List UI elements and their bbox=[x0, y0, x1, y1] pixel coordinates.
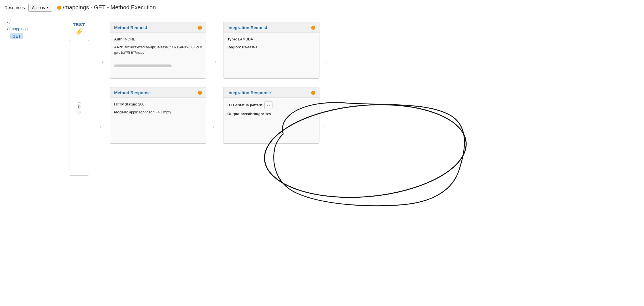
method-request-arn: ARN: arn:aws:execute-api:us-east-1:30712… bbox=[114, 44, 202, 55]
integration-response-status-dot bbox=[311, 91, 315, 95]
arrow-to-integration-request: → bbox=[206, 36, 223, 65]
integration-request-title: Integration Request bbox=[227, 25, 267, 30]
method-request-header: Method Request bbox=[110, 22, 206, 33]
integration-response-passthrough: Output passthrough: Yes bbox=[227, 111, 315, 117]
passthrough-value: Yes bbox=[265, 112, 271, 116]
sidebar-item-label: /mappings bbox=[9, 27, 28, 31]
client-label: Client bbox=[77, 102, 81, 114]
test-label: TEST bbox=[73, 22, 85, 27]
sidebar-item-label: / bbox=[9, 20, 10, 24]
http-status-pattern-dropdown[interactable]: - ▾ bbox=[265, 102, 272, 109]
passthrough-label: Output passthrough: bbox=[227, 112, 264, 116]
sidebar-item-mappings[interactable]: ▾ /mappings bbox=[0, 25, 62, 32]
resources-label: Resources bbox=[5, 5, 25, 10]
integration-response-header: Integration Response bbox=[223, 87, 319, 98]
sidebar: ▾ / ▾ /mappings GET bbox=[0, 15, 62, 306]
method-response-status: HTTP Status: 200 bbox=[114, 102, 202, 107]
bottom-cards-row: ← Method Response HTTP Status: 200 bbox=[93, 87, 331, 144]
integration-request-body: Type: LAMBDA Region: us-east-1 bbox=[223, 33, 319, 56]
content-area: TEST ⚡ Client → bbox=[62, 15, 644, 306]
right-arrow-icon: → bbox=[99, 59, 104, 65]
method-request-title: Method Request bbox=[114, 25, 147, 30]
chevron-down-icon: ▾ bbox=[7, 21, 8, 24]
models-value: application/json => Empty bbox=[129, 110, 171, 114]
integration-response-pattern: HTTP status pattern: - ▾ bbox=[227, 102, 315, 109]
integration-request-status-dot bbox=[311, 26, 315, 30]
region-label: Region: bbox=[227, 45, 241, 49]
left-arrow-icon: ← bbox=[212, 124, 217, 130]
left-arrow-icon: ← bbox=[99, 124, 104, 130]
sidebar-item-get[interactable]: GET bbox=[0, 32, 62, 40]
type-label: Type: bbox=[227, 37, 237, 41]
integration-response-title: Integration Response bbox=[227, 90, 271, 95]
method-response-header: Method Response bbox=[110, 87, 206, 98]
method-response-card[interactable]: Method Response HTTP Status: 200 Models:… bbox=[110, 87, 206, 144]
integration-request-header: Integration Request bbox=[223, 22, 319, 33]
region-value: us-east-1 bbox=[242, 45, 257, 49]
arn-label: ARN: bbox=[114, 45, 123, 49]
top-cards-row: → Method Request Auth: NONE bbox=[93, 22, 331, 79]
method-response-body: HTTP Status: 200 Models: application/jso… bbox=[110, 98, 206, 121]
arrow-right-end: → bbox=[319, 36, 331, 65]
page-title-text: /mappings - GET - Method Execution bbox=[63, 4, 156, 11]
client-box: Client bbox=[69, 40, 89, 176]
method-request-status-dot bbox=[198, 26, 202, 30]
sidebar-item-label: GET bbox=[10, 33, 23, 39]
pattern-label: HTTP status pattern: bbox=[227, 103, 264, 107]
arrow-left-end: ← bbox=[319, 101, 331, 130]
arn-value: arn:aws:execute-api:us-east-1:3071246357… bbox=[114, 45, 202, 55]
execution-wrapper: TEST ⚡ Client → bbox=[69, 22, 637, 176]
type-value: LAMBDA bbox=[238, 37, 253, 41]
status-label: HTTP Status: bbox=[114, 102, 137, 106]
scrollbar[interactable] bbox=[114, 64, 172, 67]
chevron-down-icon: ▾ bbox=[7, 27, 8, 31]
method-response-status-dot bbox=[198, 91, 202, 95]
method-request-body: Auth: NONE ARN: arn:aws:execute-api:us-e… bbox=[110, 33, 206, 62]
top-bar: Resources Actions ▾ /mappings - GET - Me… bbox=[0, 0, 644, 15]
test-section[interactable]: TEST ⚡ bbox=[73, 22, 85, 36]
cards-section: → Method Request Auth: NONE bbox=[93, 22, 331, 176]
models-label: Models: bbox=[114, 110, 128, 114]
method-response-models: Models: application/json => Empty bbox=[114, 109, 202, 115]
actions-button[interactable]: Actions ▾ bbox=[28, 4, 52, 12]
actions-caret-icon: ▾ bbox=[47, 6, 48, 9]
dropdown-caret-icon: ▾ bbox=[269, 103, 270, 107]
arrow-to-method-request: → bbox=[93, 36, 110, 65]
integration-request-region: Region: us-east-1 bbox=[227, 44, 315, 50]
page-title: /mappings - GET - Method Execution bbox=[57, 4, 156, 11]
integration-request-card[interactable]: Integration Request Type: LAMBDA Region:… bbox=[223, 22, 319, 79]
orange-dot-icon bbox=[57, 6, 61, 10]
right-arrow-icon: → bbox=[212, 59, 217, 65]
method-request-card[interactable]: Method Request Auth: NONE ARN: arn:aws:e… bbox=[110, 22, 206, 79]
actions-label: Actions bbox=[32, 5, 45, 10]
left-arrow-icon: ← bbox=[322, 124, 328, 130]
main-layout: ▾ / ▾ /mappings GET TEST ⚡ Client bbox=[0, 15, 644, 306]
right-arrow-icon: → bbox=[322, 59, 328, 65]
integration-response-body: HTTP status pattern: - ▾ Output passthro… bbox=[223, 98, 319, 123]
method-request-auth: Auth: NONE bbox=[114, 36, 202, 42]
pattern-value: - bbox=[266, 102, 268, 108]
integration-request-type: Type: LAMBDA bbox=[227, 36, 315, 42]
method-response-title: Method Response bbox=[114, 90, 151, 95]
auth-label: Auth: bbox=[114, 37, 124, 41]
status-value: 200 bbox=[138, 102, 144, 106]
integration-response-card[interactable]: Integration Response HTTP status pattern… bbox=[223, 87, 319, 144]
arrow-from-method-response: ← bbox=[93, 101, 110, 130]
arrow-from-integration-response: ← bbox=[206, 101, 223, 130]
sidebar-item-root[interactable]: ▾ / bbox=[0, 19, 62, 25]
bolt-icon: ⚡ bbox=[75, 28, 83, 36]
auth-value: NONE bbox=[125, 37, 136, 41]
